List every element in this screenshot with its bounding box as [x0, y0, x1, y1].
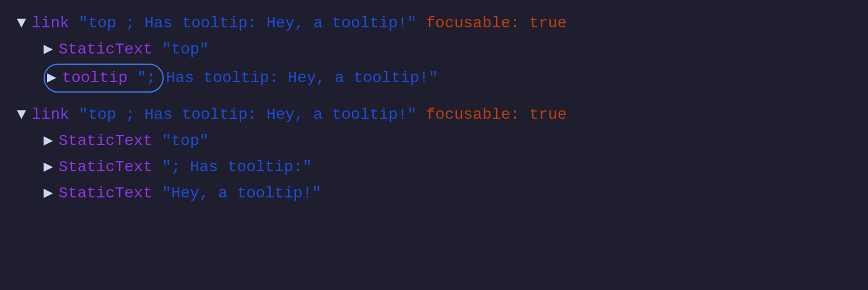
node-string-2-4: "Hey, a tooltip!" — [152, 181, 321, 206]
tree-row-2-4[interactable]: ▶ StaticText "Hey, a tooltip!" — [17, 181, 851, 206]
accessibility-tree: ▼ link "top ; Has tooltip: Hey, a toolti… — [17, 11, 851, 206]
arrow-right-icon-3: ▶ — [44, 129, 53, 154]
node-string-2-3: "; Has tooltip:" — [152, 155, 312, 180]
arrow-right-icon-4: ▶ — [44, 155, 53, 180]
node-type-statictext-2: StaticText — [59, 129, 152, 154]
arrow-down-icon: ▼ — [17, 11, 26, 36]
circled-tooltip-node: ▶ tooltip "; — [44, 64, 164, 93]
arrow-right-icon-5: ▶ — [44, 181, 53, 206]
node-string-2: "top ; Has tooltip: Hey, a tooltip!" — [69, 103, 417, 128]
tree-row-2-3[interactable]: ▶ StaticText "; Has tooltip:" — [17, 155, 851, 180]
arrow-right-icon-2: ▶ — [47, 66, 56, 91]
node-type-statictext-4: StaticText — [59, 181, 152, 206]
node-string-1-3b: Has tooltip: Hey, a tooltip!" — [166, 66, 438, 91]
node-string-2-2: "top" — [152, 129, 209, 154]
node-type-link: link — [32, 11, 69, 36]
node-string-1: "top ; Has tooltip: Hey, a tooltip!" — [69, 11, 417, 36]
node-string-1-3a: "; — [127, 66, 155, 91]
node-type-statictext-3: StaticText — [59, 155, 152, 180]
attr-focusable-1: focusable: true — [417, 11, 567, 36]
node-string-1-2: "top" — [152, 37, 209, 62]
node-type-tooltip: tooltip — [62, 66, 128, 91]
tree-row-2-2[interactable]: ▶ StaticText "top" — [17, 129, 851, 154]
arrow-down-icon-2: ▼ — [17, 103, 26, 128]
tree-row-1-2[interactable]: ▶ StaticText "top" — [17, 37, 851, 62]
tree-row-1-1[interactable]: ▼ link "top ; Has tooltip: Hey, a toolti… — [17, 11, 851, 36]
tree-row-1-3[interactable]: ▶ tooltip "; Has tooltip: Hey, a tooltip… — [17, 64, 851, 93]
attr-focusable-2: focusable: true — [417, 103, 567, 128]
node-type-link-2: link — [32, 103, 69, 128]
tree-row-2-1[interactable]: ▼ link "top ; Has tooltip: Hey, a toolti… — [17, 103, 851, 128]
node-type-statictext-1: StaticText — [59, 37, 152, 62]
arrow-right-icon: ▶ — [44, 37, 53, 62]
